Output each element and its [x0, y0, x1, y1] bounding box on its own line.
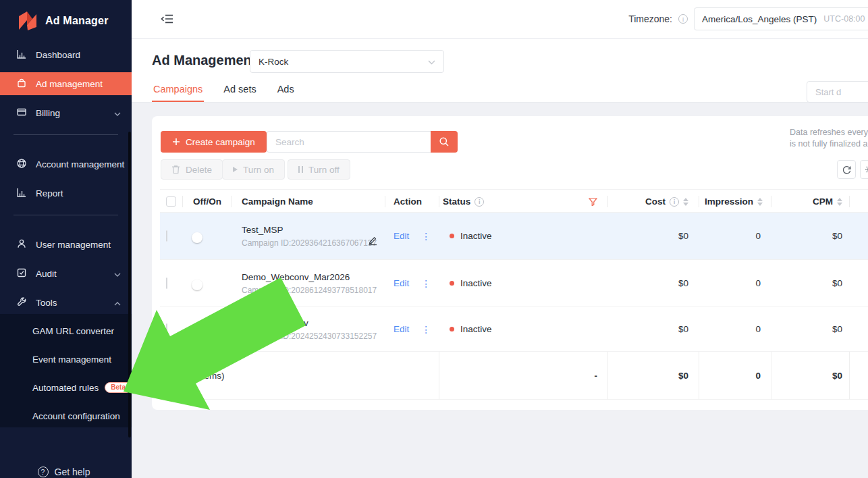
edit-link[interactable]: Edit — [394, 278, 409, 288]
more-menu-icon[interactable]: ⋮ — [421, 324, 431, 335]
select-all-checkbox[interactable] — [166, 196, 176, 207]
sidebar-item-label: Billing — [36, 108, 60, 118]
refresh-button[interactable] — [837, 160, 856, 179]
timezone-select[interactable]: America/Los_Angeles (PST) UTC-08:00 — [694, 7, 868, 30]
row-checkbox[interactable] — [166, 277, 167, 289]
sort-carets[interactable] — [837, 198, 842, 206]
delete-button[interactable]: Delete — [161, 159, 223, 180]
sub-item-label: Automated rules — [32, 383, 99, 393]
tab-campaigns[interactable]: Campaigns — [152, 84, 204, 102]
app-title: Ad Manager — [45, 15, 109, 27]
sidebar-item-event-management[interactable]: Event management — [0, 348, 132, 371]
edit-link[interactable]: Edit — [394, 324, 409, 334]
timezone-label: Timezone: — [628, 14, 672, 24]
get-help-link[interactable]: ? Get help — [0, 462, 128, 478]
chevron-down-icon — [114, 108, 121, 118]
row-checkbox[interactable] — [166, 230, 167, 242]
edit-link[interactable]: Edit — [394, 231, 409, 241]
more-menu-icon[interactable]: ⋮ — [421, 231, 431, 242]
timezone-offset: UTC-08:00 — [823, 14, 865, 24]
menu-fold-icon[interactable] — [161, 14, 174, 24]
rename-pencil-icon[interactable] — [368, 236, 378, 246]
campaign-name: Demo_Webconv_Mar2026 — [242, 272, 385, 282]
table-total-row: (3 items) - $0 0 $0 — [160, 352, 868, 400]
cpm-cell: $0 — [771, 324, 849, 334]
audit-checkbox-icon — [16, 267, 27, 280]
sidebar-item-label: Audit — [36, 269, 57, 279]
info-icon[interactable]: i — [670, 197, 679, 207]
status-dot — [450, 234, 454, 238]
sub-item-label: GAM URL converter — [32, 326, 114, 336]
row-checkbox-cell — [160, 231, 182, 241]
settings-button[interactable] — [860, 160, 868, 179]
pause-icon — [298, 166, 303, 173]
play-icon — [233, 167, 238, 172]
filter-funnel-icon[interactable] — [589, 198, 607, 206]
sidebar-item-label: Ad management — [36, 79, 103, 89]
header-checkbox-cell — [160, 190, 182, 213]
sidebar-item-account-management[interactable]: Account management — [0, 153, 132, 176]
turn-off-button[interactable]: Turn off — [288, 159, 350, 180]
sidebar-nav: Dashboard Ad management Billing Account … — [0, 38, 132, 427]
total-items-count: (3 items) — [160, 352, 439, 400]
search-input[interactable] — [267, 131, 431, 153]
sidebar-item-report[interactable]: Report — [0, 182, 132, 205]
sub-item-label: Account configuration — [32, 411, 120, 421]
trash-icon — [171, 165, 180, 174]
start-date-input[interactable] — [807, 81, 868, 103]
chart-icon — [16, 49, 27, 61]
sidebar-item-automated-rules[interactable]: Automated rules Beta — [0, 376, 132, 399]
header-cpm-label: CPM — [813, 196, 833, 207]
page-title: Ad Management — [152, 53, 256, 68]
user-icon — [16, 238, 27, 251]
divider — [13, 134, 118, 135]
status-dot — [450, 281, 454, 286]
more-menu-icon[interactable]: ⋮ — [421, 278, 431, 289]
header-status-label: Status — [443, 196, 470, 207]
total-cost-cell: $0 — [607, 352, 699, 400]
tab-ads[interactable]: Ads — [276, 84, 296, 102]
search-button[interactable] — [431, 131, 458, 153]
sidebar-item-ad-management[interactable]: Ad management — [0, 72, 132, 95]
total-status-cell: - — [439, 352, 607, 400]
tools-submenu: GAM URL converter Event management Autom… — [0, 314, 132, 427]
row-toggle-cell — [182, 231, 232, 241]
row-checkbox[interactable] — [166, 323, 167, 335]
info-icon[interactable]: i — [474, 197, 484, 207]
sidebar-item-tools[interactable]: Tools — [0, 291, 132, 314]
sidebar-item-audit[interactable]: Audit — [0, 262, 132, 285]
sidebar-item-account-configuration[interactable]: Account configuration — [0, 404, 132, 427]
page-header: Ad Management K-Rock Campaigns Ad sets A… — [132, 39, 868, 103]
turn-on-button[interactable]: Turn on — [222, 159, 285, 180]
sidebar-item-user-management[interactable]: User management — [0, 233, 132, 256]
total-impression-cell: 0 — [699, 352, 771, 400]
plus-icon — [172, 138, 180, 146]
sort-carets[interactable] — [757, 198, 763, 206]
sidebar: Ad Manager Dashboard Ad management Billi… — [0, 0, 132, 478]
table-header: Off/On Campaign Name Action Status i Cos… — [160, 189, 868, 213]
sort-carets[interactable] — [683, 198, 688, 206]
sidebar-scrollbar[interactable] — [128, 132, 131, 437]
cpm-cell: $0 — [771, 278, 849, 288]
tab-ad-sets[interactable]: Ad sets — [222, 84, 257, 102]
create-campaign-button[interactable]: Create campaign — [161, 131, 267, 153]
account-select[interactable]: K-Rock — [250, 50, 444, 73]
row-toggle-cell — [182, 278, 232, 288]
chart-icon — [16, 187, 27, 200]
campaign-id: Campaign ID:2028612493778518017 — [242, 286, 385, 295]
app-logo-icon — [18, 11, 37, 31]
impression-cell: 0 — [699, 278, 771, 288]
sidebar-item-billing[interactable]: Billing — [0, 101, 132, 124]
row-toggle-cell — [182, 324, 232, 334]
create-campaign-label: Create campaign — [186, 137, 255, 147]
header-campaign-name: Campaign Name — [232, 190, 385, 213]
turn-off-label: Turn off — [308, 165, 340, 175]
search-bar — [267, 131, 458, 153]
info-icon[interactable]: i — [678, 14, 688, 24]
sidebar-item-dashboard[interactable]: Dashboard — [0, 43, 132, 66]
campaign-name: Test_MSP — [242, 225, 385, 235]
sidebar-item-gam-url-converter[interactable]: GAM URL converter — [0, 319, 132, 342]
impression-cell: 0 — [699, 324, 771, 334]
status-label: Inactive — [460, 231, 492, 241]
note-line-2: is not fully finalized a — [790, 138, 868, 150]
